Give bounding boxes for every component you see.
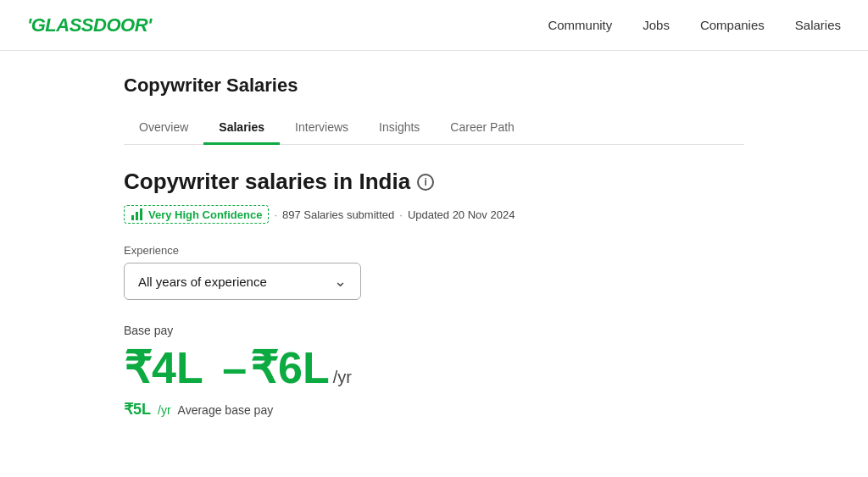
salary-per-yr: /yr <box>333 368 352 387</box>
main-content: Copywriter Salaries Overview Salaries In… <box>103 51 765 452</box>
nav-companies[interactable]: Companies <box>700 18 765 32</box>
tabs: Overview Salaries Interviews Insights Ca… <box>124 112 744 145</box>
svg-rect-2 <box>140 208 142 220</box>
nav-community[interactable]: Community <box>548 18 612 32</box>
section-title-text: Copywriter salaries in India <box>124 169 410 195</box>
tab-career-path[interactable]: Career Path <box>435 112 529 145</box>
navbar: 'GLASSDOOR' Community Jobs Companies Sal… <box>0 0 868 51</box>
logo[interactable]: 'GLASSDOOR' <box>27 14 152 36</box>
salary-range: ₹4L – ₹6L /yr <box>124 342 744 393</box>
salary-dash-symbol: – <box>222 342 247 393</box>
experience-label: Experience <box>124 244 744 257</box>
confidence-badge[interactable]: Very High Confidence <box>124 205 269 224</box>
section-title: Copywriter salaries in India i <box>124 169 744 195</box>
confidence-row: Very High Confidence · 897 Salaries subm… <box>124 205 744 224</box>
page-title: Copywriter Salaries <box>124 75 744 97</box>
salary-max: ₹6L <box>250 342 330 393</box>
avg-per-yr: /yr <box>158 403 171 417</box>
avg-pay-row: ₹5L /yr Average base pay <box>124 400 744 419</box>
tab-interviews[interactable]: Interviews <box>280 112 364 145</box>
info-icon[interactable]: i <box>417 174 434 191</box>
separator-dot: · <box>274 208 277 221</box>
experience-filter: Experience All years of experience ⌄ <box>124 244 744 300</box>
confidence-chart-icon <box>131 208 144 221</box>
salary-min: ₹4L <box>124 342 203 393</box>
svg-rect-0 <box>131 215 134 220</box>
updated-date: Updated 20 Nov 2024 <box>408 208 515 221</box>
svg-rect-1 <box>136 212 138 220</box>
tab-overview[interactable]: Overview <box>124 112 203 145</box>
nav-jobs[interactable]: Jobs <box>643 18 670 32</box>
nav-links: Community Jobs Companies Salaries <box>548 18 841 32</box>
tab-salaries[interactable]: Salaries <box>203 112 280 145</box>
confidence-text: Very High Confidence <box>148 208 262 221</box>
salaries-submitted: 897 Salaries submitted <box>282 208 394 221</box>
avg-label: Average base pay <box>178 403 274 417</box>
separator-dot-2: · <box>399 208 403 221</box>
base-pay-label: Base pay <box>124 324 744 337</box>
experience-value: All years of experience <box>138 275 267 289</box>
experience-select[interactable]: All years of experience ⌄ <box>124 263 361 300</box>
salary-dash <box>207 342 219 393</box>
nav-salaries[interactable]: Salaries <box>795 18 841 32</box>
tab-insights[interactable]: Insights <box>364 112 435 145</box>
avg-amount: ₹5L <box>124 400 151 419</box>
chevron-down-icon: ⌄ <box>334 272 347 291</box>
